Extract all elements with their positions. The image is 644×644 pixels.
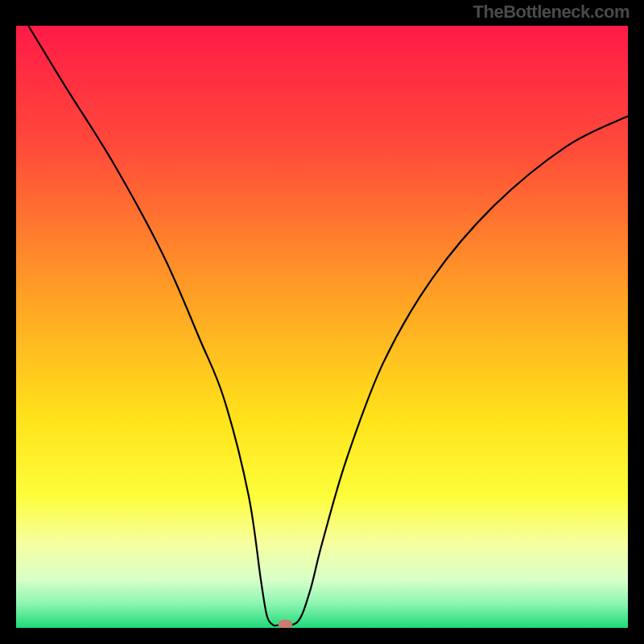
chart-plot-area bbox=[16, 26, 628, 628]
chart-background bbox=[16, 26, 628, 628]
watermark-text: TheBottleneck.com bbox=[473, 2, 630, 23]
chart-svg bbox=[16, 26, 628, 628]
chart-frame: TheBottleneck.com bbox=[0, 0, 644, 644]
